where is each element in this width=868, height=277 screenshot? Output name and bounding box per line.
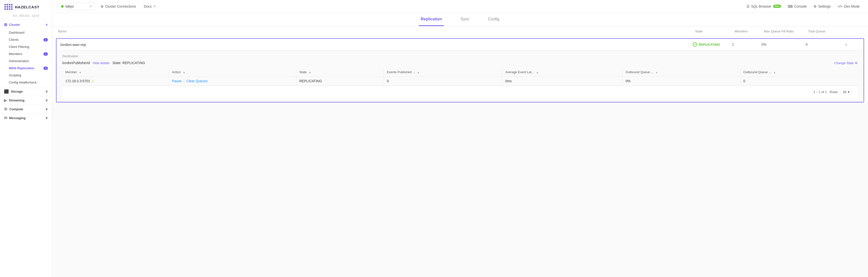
col-header-members: Members (735, 29, 764, 33)
rows-label: Rows (830, 90, 838, 94)
col-header-max-queue: Max Queue Fill Ratio (764, 29, 808, 33)
cluster-status-dot (61, 5, 64, 8)
sidebar-item-members[interactable]: Members 1 (0, 50, 52, 58)
events-sort-icon: ▲ (417, 71, 420, 74)
wan-rep-badge: 1 (43, 66, 48, 70)
wan-rep-row-header[interactable]: london-wan-rep ✓ REPLICATING 1 0% 0 ∧ (57, 39, 864, 50)
member-info-icon[interactable]: ⚠ (91, 79, 94, 83)
page-content: Replication Sync Config Name State Membe… (52, 13, 868, 277)
sidebar-item-config-healthcheck[interactable]: Config Healthcheck (0, 79, 52, 86)
sidebar: HAZELCAST 5.0 - 24/11/21 - 12:10 ⊞ Clust… (0, 0, 52, 277)
tab-sync[interactable]: Sync (459, 13, 471, 26)
messaging-label: Messaging (9, 116, 26, 120)
compute-section: ⚙ Compute ∨ (0, 104, 52, 114)
tab-config[interactable]: Config (486, 13, 501, 26)
outbound-pct-sort-icon: ▲ (655, 71, 658, 74)
rows-select-chevron-icon: ▾ (848, 90, 849, 94)
version-label: 5.0 - 24/11/21 - 12:10 (0, 14, 52, 20)
destination-state-text: State: REPLICATING (113, 61, 145, 65)
messaging-section: ✉ Messaging ∨ (0, 114, 52, 122)
inner-col-outbound-count[interactable]: Outbound Queue ... ▲ (740, 68, 858, 76)
replication-table-container: Name State Members Max Queue Fill Ratio … (52, 27, 868, 102)
state-check-icon: ✓ (693, 42, 697, 47)
action-sort-icon: ▲ (183, 71, 185, 74)
inner-state-cell: REPLICATING (296, 76, 384, 86)
members-badge: 1 (43, 52, 48, 56)
wan-rep-name: london-wan-rep (60, 42, 693, 47)
action-separator: | (184, 79, 185, 83)
logo-grid-icon (4, 4, 12, 10)
row-collapse-icon[interactable]: ∧ (845, 42, 860, 47)
docs-external-link-icon: ↗ (153, 5, 156, 8)
rows-per-page-select[interactable]: 10 ▾ (841, 89, 852, 95)
outbound-count-cell: 0 (740, 76, 858, 86)
state-sort-icon: ▲ (309, 71, 311, 74)
member-cell: 172.18.0.3:5701 ⚠ (62, 76, 169, 86)
docs-button[interactable]: Docs ↗ (142, 3, 158, 10)
change-state-button[interactable]: Change State ⚙ (834, 61, 858, 65)
col-header-expand (847, 29, 862, 33)
settings-gear-icon: ⚙ (813, 4, 817, 8)
sidebar-item-client-filtering[interactable]: Client Filtering (0, 43, 52, 50)
hide-details-link[interactable]: Hide details (93, 61, 110, 65)
messaging-icon: ✉ (4, 116, 7, 120)
table-header-row: Name State Members Max Queue Fill Ratio … (52, 27, 868, 36)
console-icon: ⌨ (788, 4, 793, 8)
inner-col-member[interactable]: Member ▲ (62, 68, 169, 76)
sidebar-cluster-header[interactable]: ⊞ Cluster ∧ (0, 20, 52, 29)
inner-col-events[interactable]: Events Published ... ▲ (384, 68, 502, 76)
compute-icon: ⚙ (4, 107, 7, 112)
destination-header-left: londonPublisherId Hide details State: RE… (62, 61, 145, 65)
topbar: tokyo ▾ ⊕ Cluster Connections Docs ↗ ☰ S… (52, 0, 868, 13)
outbound-count-sort-icon: ▲ (773, 71, 776, 74)
avg-lat-sort-icon: ▲ (536, 71, 538, 74)
sidebar-compute-header[interactable]: ⚙ Compute ∨ (0, 105, 52, 114)
cluster-connections-plus-icon: ⊕ (101, 4, 103, 8)
main-content: tokyo ▾ ⊕ Cluster Connections Docs ↗ ☰ S… (52, 0, 868, 277)
member-sort-icon: ▲ (79, 71, 82, 74)
clear-queues-link[interactable]: Clear Queues (187, 79, 208, 83)
cluster-selector-chevron-icon: ▾ (90, 5, 92, 8)
inner-table: Member ▲ Action ▲ State ▲ (62, 68, 858, 86)
sidebar-messaging-header[interactable]: ✉ Messaging ∨ (0, 114, 52, 122)
inner-col-outbound-pct[interactable]: Outbound Queue ... ▲ (622, 68, 740, 76)
streaming-icon: ▶ (4, 98, 7, 103)
inner-col-avg-lat[interactable]: Average Event Lat... ▲ (502, 68, 622, 76)
destination-header: londonPublisherId Hide details State: RE… (62, 61, 858, 65)
sidebar-item-scripting[interactable]: Scripting (0, 72, 52, 79)
logo-text: HAZELCAST (15, 5, 39, 9)
sidebar-item-dashboard[interactable]: Dashboard (0, 29, 52, 36)
settings-button[interactable]: ⚙ Settings (811, 3, 833, 10)
inner-col-state[interactable]: State ▲ (296, 68, 384, 76)
sidebar-item-clients[interactable]: Clients 1 (0, 36, 52, 43)
storage-icon: ⬛ (4, 89, 9, 94)
cluster-selector[interactable]: tokyo ▾ (58, 3, 95, 10)
action-cell: Pause | Clear Queues (169, 76, 296, 86)
messaging-chevron-icon: ∨ (45, 116, 48, 120)
cluster-chevron-icon: ∧ (45, 23, 48, 27)
sidebar-storage-header[interactable]: ⬛ Storage ∨ (0, 87, 52, 96)
streaming-section: ▶ Streaming ∨ (0, 96, 52, 104)
dev-mode-button[interactable]: </> Dev Mode (835, 3, 862, 10)
wan-rep-row: london-wan-rep ✓ REPLICATING 1 0% 0 ∧ De… (56, 38, 864, 102)
console-button[interactable]: ⌨ Console (785, 3, 809, 10)
sidebar-item-wan-replication[interactable]: WAN Replication 1 (0, 65, 52, 72)
cluster-connections-button[interactable]: ⊕ Cluster Connections (99, 3, 138, 10)
topbar-actions: ☰ SQL Browser New ⌨ Console ⚙ Settings <… (744, 3, 862, 10)
destination-title: Destination (62, 54, 858, 58)
cluster-name-label: tokyo (66, 4, 88, 8)
outbound-pct-cell: 0% (622, 76, 740, 86)
storage-section: ⬛ Storage ∨ (0, 87, 52, 96)
inner-col-action[interactable]: Action ▲ (169, 68, 296, 76)
sidebar-streaming-header[interactable]: ▶ Streaming ∨ (0, 96, 52, 104)
sidebar-item-administration[interactable]: Administration (0, 58, 52, 65)
sql-browser-new-badge: New (773, 5, 781, 8)
pause-link[interactable]: Pause (172, 79, 182, 83)
tab-replication[interactable]: Replication (419, 13, 444, 26)
avg-lat-cell: 0ms (502, 76, 622, 86)
members-cell: 1 (732, 42, 762, 47)
streaming-chevron-icon: ∨ (45, 98, 48, 102)
sql-browser-button[interactable]: ☰ SQL Browser New (744, 3, 783, 10)
events-cell: 0 (384, 76, 502, 86)
sql-browser-icon: ☰ (746, 4, 750, 8)
